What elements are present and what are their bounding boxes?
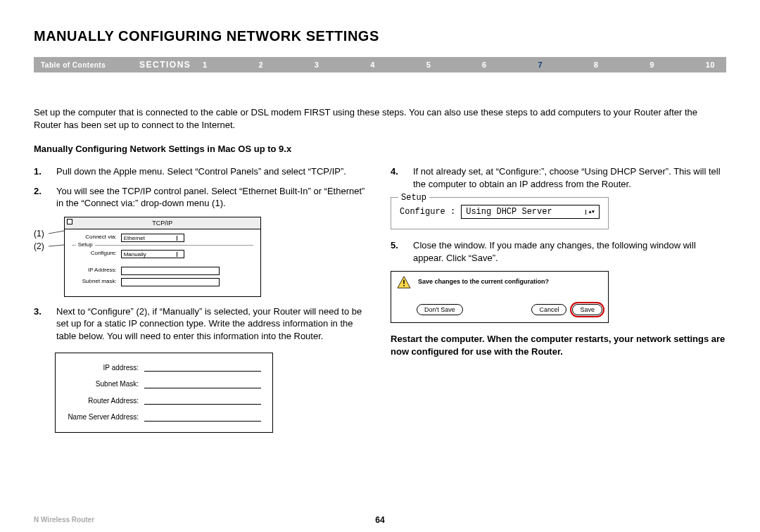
- setup-configure-value: Using DHCP Server: [466, 206, 552, 217]
- step-2-number: 2.: [34, 185, 56, 210]
- addr-row-ip: IP address:: [67, 363, 261, 373]
- nav-section-numbers: 1 2 3 4 5 6 7 8 9 10: [203, 61, 719, 69]
- configure-label: Configure:: [72, 250, 121, 258]
- nav-section-9[interactable]: 9: [650, 61, 654, 69]
- addr-nameserver-field[interactable]: [144, 413, 261, 422]
- dont-save-button[interactable]: Don't Save: [417, 304, 463, 315]
- save-dialog-message: Save changes to the current configuratio…: [418, 276, 549, 286]
- step-4-number: 4.: [391, 165, 413, 190]
- close-icon[interactable]: [67, 219, 72, 224]
- restart-note: Restart the computer. When the computer …: [391, 333, 726, 357]
- step-1-text: Pull down the Apple menu. Select “Contro…: [56, 165, 369, 178]
- footer: N Wireless Router 64: [34, 516, 726, 524]
- step-2-text: You will see the TCP/IP control panel. S…: [56, 185, 369, 210]
- nav-section-6[interactable]: 6: [482, 61, 487, 69]
- step-5: 5. Close the window. If you made any cha…: [391, 239, 726, 264]
- intro-paragraph: Set up the computer that is connected to…: [34, 106, 726, 131]
- connect-via-label: Connect via:: [72, 234, 121, 241]
- save-button[interactable]: Save: [572, 304, 602, 315]
- setup-configure-panel: Setup Configure : Using DHCP Server ▲▼: [391, 197, 609, 229]
- nav-section-4[interactable]: 4: [370, 61, 375, 69]
- ip-address-input[interactable]: [121, 267, 220, 275]
- configure-select[interactable]: Manually: [121, 250, 184, 258]
- addr-ip-label: IP address:: [67, 363, 144, 373]
- step-5-number: 5.: [391, 239, 413, 264]
- nav-section-1[interactable]: 1: [203, 61, 208, 69]
- connect-via-select[interactable]: Ethernet: [121, 234, 184, 242]
- setup-configure-select[interactable]: Using DHCP Server ▲▼: [461, 205, 600, 219]
- page-title: MANUALLY CONFIGURING NETWORK SETTINGS: [34, 28, 726, 44]
- step-1: 1. Pull down the Apple menu. Select “Con…: [34, 165, 369, 178]
- svg-line-0: [49, 231, 64, 234]
- callout-lines: [47, 217, 64, 256]
- setup-legend: Setup: [398, 192, 429, 203]
- addr-nameserver-label: Name Server Address:: [67, 412, 144, 422]
- subheading: Manually Configuring Network Settings in…: [34, 144, 726, 154]
- setup-configure-label: Configure :: [400, 206, 455, 217]
- svg-line-1: [49, 245, 64, 246]
- addr-router-field[interactable]: [144, 396, 261, 405]
- ip-address-label: IP Address:: [72, 267, 121, 274]
- tcpip-title-text: TCP/IP: [152, 220, 172, 227]
- callout-1: (1): [34, 228, 44, 241]
- step-5-text: Close the window. If you made any change…: [413, 239, 726, 264]
- save-changes-dialog: Save changes to the current configuratio…: [391, 271, 609, 323]
- addr-ip-field[interactable]: [144, 363, 261, 372]
- step-3-number: 3.: [34, 305, 56, 343]
- subnet-mask-input[interactable]: [121, 278, 220, 286]
- step-4: 4. If not already set, at “Configure:”, …: [391, 165, 726, 190]
- nav-section-8[interactable]: 8: [594, 61, 599, 69]
- addr-row-subnet: Subnet Mask:: [67, 379, 261, 389]
- step-1-number: 1.: [34, 165, 56, 178]
- tcpip-control-panel: TCP/IP Connect via: Ethernet Setup Confi…: [64, 217, 261, 297]
- setup-group-label: Setup: [76, 241, 95, 249]
- addr-subnet-field[interactable]: [144, 380, 261, 388]
- step-3: 3. Next to “Configure” (2), if “Manually…: [34, 305, 369, 343]
- nav-section-7[interactable]: 7: [538, 61, 543, 69]
- callout-2: (2): [34, 241, 44, 253]
- callout-labels: (1) (2): [34, 217, 47, 253]
- subnet-mask-label: Subnet mask:: [72, 278, 121, 286]
- left-column: 1. Pull down the Apple menu. Select “Con…: [34, 165, 369, 432]
- step-4-text: If not already set, at “Configure:”, cho…: [413, 165, 726, 190]
- nav-section-10[interactable]: 10: [706, 61, 715, 69]
- section-navbar: Table of Contents SECTIONS 1 2 3 4 5 6 7…: [34, 57, 726, 72]
- address-info-table: IP address: Subnet Mask: Router Address:…: [55, 353, 273, 433]
- addr-row-router: Router Address:: [67, 396, 261, 406]
- nav-section-5[interactable]: 5: [426, 61, 431, 69]
- addr-subnet-label: Subnet Mask:: [67, 379, 144, 389]
- addr-row-nameserver: Name Server Address:: [67, 412, 261, 422]
- nav-section-3[interactable]: 3: [315, 61, 319, 69]
- nav-toc-link[interactable]: Table of Contents: [41, 61, 139, 69]
- svg-rect-4: [403, 285, 405, 286]
- tcpip-titlebar: TCP/IP: [65, 217, 260, 229]
- page-number: 64: [375, 515, 384, 525]
- cancel-button[interactable]: Cancel: [531, 304, 566, 315]
- nav-sections-label: SECTIONS: [139, 60, 203, 70]
- updown-arrows-icon: ▲▼: [585, 210, 595, 215]
- step-2: 2. You will see the TCP/IP control panel…: [34, 185, 369, 210]
- svg-rect-3: [403, 280, 405, 284]
- warning-icon: [397, 276, 411, 289]
- nav-section-2[interactable]: 2: [258, 61, 263, 69]
- footer-product: N Wireless Router: [34, 516, 94, 524]
- right-column: 4. If not already set, at “Configure:”, …: [391, 165, 726, 432]
- addr-router-label: Router Address:: [67, 396, 144, 406]
- step-3-text: Next to “Configure” (2), if “Manually” i…: [56, 305, 369, 343]
